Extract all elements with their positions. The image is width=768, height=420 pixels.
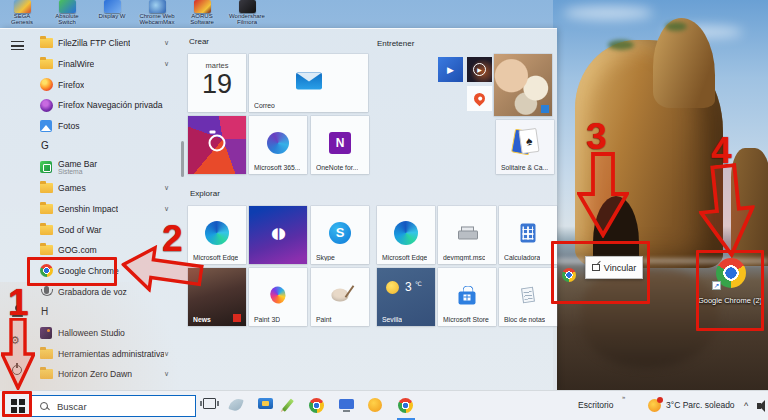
taskbar-app-display[interactable] [339,398,354,409]
chevron-down-icon[interactable]: ∨ [164,370,169,378]
taskbar-search[interactable] [30,395,196,417]
tile-solitaire[interactable]: ♠ Solitaire & Ca... [496,120,554,174]
taskbar-app-toolbox[interactable] [258,398,273,409]
app-item-game-bar[interactable]: Game BarSistema [0,157,182,178]
tile-microsoft-edge-2[interactable]: Microsoft Edge [377,206,435,264]
tile-onenote[interactable]: N OneNote for... [311,116,369,174]
store-bag-icon [459,291,476,304]
folder-icon [40,225,53,235]
annotation-box-chrome-shortcut [696,250,764,331]
app-item-label: God of War [58,225,102,235]
tile-camara[interactable] [188,116,246,174]
chevron-down-icon[interactable]: ∨ [164,60,169,68]
dragged-chrome-icon[interactable] [562,268,576,282]
rock-vegetation [608,40,634,50]
app-item-fotos[interactable]: Fotos [0,116,182,137]
app-item-god-of-war[interactable]: God of War [0,219,182,240]
weather-tray-icon[interactable] [648,399,661,412]
taskbar-chrome[interactable] [309,398,324,413]
tile-label: Paint 3D [254,316,280,323]
tile-calculadora[interactable]: Calculadora [499,206,557,264]
desktop-icon-label: Filmora [225,19,269,25]
app-item-firefox[interactable]: Firefox [0,74,182,95]
tile-correo[interactable]: Correo [249,54,368,112]
desktop-toolbar-label[interactable]: Escritorio [578,400,613,410]
desktop-icon-1[interactable]: SEGAGenesis [0,0,44,25]
taskbar-app-editor[interactable] [286,398,290,412]
tile-label: Microsoft 365... [254,164,300,171]
taskbar: Escritorio » 3°C Parc. soleado ^ [0,390,768,420]
app-item-sublabel: Sistema [58,168,83,175]
task-view-icon [203,398,216,409]
tile-label: Microsoft Edge [382,254,427,261]
desktop-icon-label: WebcamMax [135,19,179,25]
tray-expand-chevron[interactable]: ^ [744,401,748,411]
section-letter: H [41,306,48,317]
desktop-icon-5[interactable]: AORUSSoftware [180,0,224,25]
weather-tray-text[interactable]: 3°C Parc. soleado [666,400,735,410]
folder-icon [40,38,53,48]
chevron-down-icon[interactable]: ∨ [164,39,169,47]
tile-label: Bloc de notas [504,316,545,323]
search-icon [40,402,49,411]
tile-microsoft-store[interactable]: Microsoft Store [438,268,496,326]
tile-mapas[interactable] [467,86,492,111]
task-view-button[interactable] [203,398,216,409]
desktop-icon-3[interactable]: Display W [90,0,134,19]
desktop-icon-row: SEGAGenesisAbsoluteSwitchDisplay WChrome… [0,0,300,28]
folder-icon [40,183,53,193]
tile-promo-photo[interactable] [494,54,552,116]
tile-bloc-de-notas[interactable]: Bloc de notas [499,268,557,326]
orange-app-icon [368,398,382,412]
desktop-icon-label: Software [180,19,224,25]
app-icon [149,0,166,13]
tile-paint-3d[interactable]: Paint 3D [249,268,307,326]
edge-icon [394,221,418,245]
group-header-crear: Crear [189,37,209,46]
app-item-games[interactable]: Games∨ [0,178,182,199]
app-item-firefox-navegaci-n-privada[interactable]: Firefox Navegación privada [0,95,182,116]
monitor-icon [339,399,354,409]
speaker-icon[interactable] [757,400,768,412]
app-item-label: Horizon Zero Dawn [58,369,132,379]
taskbar-app-orange[interactable] [368,398,382,412]
desktop-icon-2[interactable]: AbsoluteSwitch [45,0,89,25]
tile-peliculas-tv[interactable]: ▶ [438,57,463,82]
toolbar-overflow-chevron[interactable]: » [622,394,625,400]
search-input[interactable] [55,400,165,413]
app-item-label: Games [58,183,86,193]
paint-palette-icon [332,288,349,301]
app-icon [14,0,31,13]
app-item-label: FinalWire [58,59,94,69]
app-section-letter-g[interactable]: G [0,136,182,157]
tile-calendario[interactable]: martes 19 [188,54,246,112]
app-list-scrollbar[interactable] [181,141,184,177]
tile-skype[interactable]: S Skype [311,206,369,264]
tile-paint[interactable]: Paint [311,268,369,326]
folder-icon [40,204,53,214]
tile-el-tiempo-sevilla[interactable]: 3 ℃ Sevilla [377,268,435,326]
microsoft-365-icon [267,132,289,154]
desktop-icon-4[interactable]: Chrome WebWebcamMax [135,0,179,25]
mic-icon [44,286,49,294]
spade-card-icon: ♠ [518,128,539,154]
news-badge [233,314,241,322]
app-item-filezilla-ftp-client[interactable]: FileZilla FTP Client∨ [0,33,182,54]
desktop-icon-label: Display W [90,13,134,19]
chevron-down-icon[interactable]: ∨ [164,184,169,192]
tile-musica[interactable]: ▶ [467,57,492,82]
taskbar-app-feather[interactable] [230,398,242,411]
tile-label: Microsoft Store [443,316,489,323]
app-item-finalwire[interactable]: FinalWire∨ [0,54,182,75]
play-icon: ▶ [447,65,454,75]
desktop-icon-6[interactable]: WondershareFilmora [225,0,269,25]
pencil-icon [282,399,294,412]
chevron-down-icon[interactable]: ∨ [164,205,169,213]
chevron-down-icon[interactable]: ∨ [164,350,169,358]
tile-devmgmt[interactable]: devmgmt.msc [438,206,496,264]
app-item-genshin-impact[interactable]: Genshin Impact∨ [0,199,182,220]
taskbar-chrome-running[interactable] [398,398,413,413]
tile-microsoft-365[interactable]: Microsoft 365... [249,116,307,174]
chrome-icon [309,398,324,413]
tile-dolby-access[interactable]: ◖◗ [249,206,307,264]
